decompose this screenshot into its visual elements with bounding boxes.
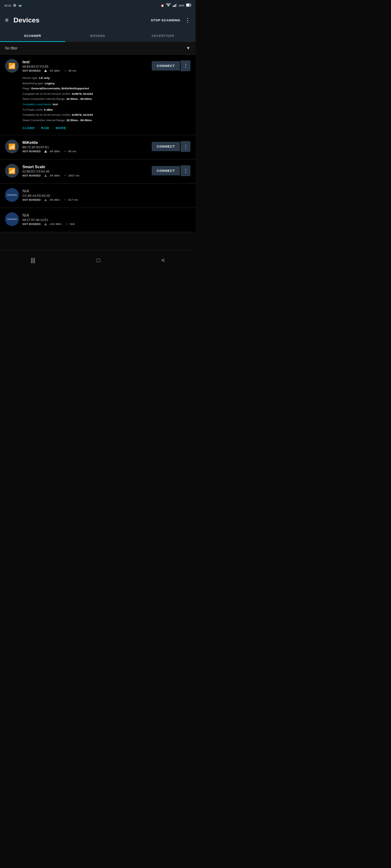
device-icon-na-1: SAMSUNG xyxy=(5,188,19,202)
wifi-icon xyxy=(166,3,171,8)
connect-button-smart-scale[interactable]: CONNECT xyxy=(152,166,180,175)
device-signal-na-2: -102 dBm xyxy=(44,222,62,226)
nav-recent-icon[interactable]: ||| xyxy=(31,257,35,264)
device-mac-smart-scale: 01:B6:EC:C5:5A:45 xyxy=(22,170,148,173)
nav-home-icon[interactable]: □ xyxy=(97,257,100,264)
connect-more-button-smart-scale[interactable]: ⋮ xyxy=(181,165,190,176)
device-mac-na-2: 68:27:37:AB:12:E1 xyxy=(22,218,190,222)
device-info-na-2: N/A 68:27:37:AB:12:E1 NOT BONDED -102 dB… xyxy=(22,213,190,226)
device-header-na-2: SAMSUNG N/A 68:27:37:AB:12:E1 NOT BONDED… xyxy=(5,212,190,226)
device-actions-test: CLONE RAW MORE xyxy=(22,125,190,131)
more-button-test[interactable]: MORE xyxy=(56,125,66,131)
device-name-smart-scale: Smart Scale xyxy=(22,165,148,169)
device-mac-test: 68:B6:B3:37:F3:E5 xyxy=(22,65,148,68)
connect-more-button-mikettle[interactable]: ⋮ xyxy=(181,141,190,152)
connect-button-test[interactable]: CONNECT xyxy=(152,61,180,71)
device-bond-na-2: NOT BONDED xyxy=(22,222,41,226)
device-name-mikettle: MiKettle xyxy=(22,140,148,145)
detail-interval-range-2: Slave Connection Interval Range: 22.50ms… xyxy=(22,118,190,123)
tab-bonded[interactable]: BONDED xyxy=(65,30,130,41)
device-bond-mikettle: NOT BONDED xyxy=(22,150,41,153)
menu-icon[interactable]: ≡ xyxy=(5,17,8,23)
connect-btn-wrap-test: CONNECT ⋮ xyxy=(152,60,190,71)
tabs: SCANNER BONDED ADVERTISER xyxy=(0,30,196,42)
device-header-mikettle: 📶 MiKettle B8:7C:6F:83:FF:E1 NOT BONDED … xyxy=(5,140,190,153)
detail-flags: Flags: GeneralDiscoverable, BrEdrNotSupp… xyxy=(22,86,190,91)
device-icon-test: 📶 xyxy=(5,59,19,73)
detail-advertising-type: Advertising type: Legacy xyxy=(22,81,190,86)
filter-label: No filter xyxy=(5,46,186,50)
device-name-test: test xyxy=(22,60,148,64)
bluetooth-icon: 📶 xyxy=(8,63,16,69)
page-title: Devices xyxy=(13,16,151,24)
stop-scanning-button[interactable]: STOP SCANNING xyxy=(151,18,180,22)
device-bond-test: NOT BONDED xyxy=(22,69,41,72)
connect-btn-wrap-mikettle: CONNECT ⋮ xyxy=(152,141,190,152)
device-icon-smart-scale: 📶 xyxy=(5,164,19,178)
filter-bar[interactable]: No filter ▼ xyxy=(0,42,196,55)
device-status-row-mikettle: NOT BONDED -85 dBm ↔ 66 ms xyxy=(22,150,148,153)
device-header-test: 📶 test 68:B6:B3:37:F3:E5 NOT BONDED -54 … xyxy=(5,59,190,73)
clone-button-test[interactable]: CLONE xyxy=(22,125,35,131)
detail-service-uuids-1: Complete list of 16-bit Service UUIDs: 0… xyxy=(22,92,190,97)
nav-back-icon[interactable]: < xyxy=(161,257,165,264)
device-interval-mikettle: ↔ 66 ms xyxy=(64,150,76,153)
device-card-na-1: SAMSUNG N/A CC:6E:A4:FD:94:2D NOT BONDED… xyxy=(0,184,196,208)
device-status-row-na-2: NOT BONDED -102 dBm ↔ N/A xyxy=(22,222,190,226)
device-mac-na-1: CC:6E:A4:FD:94:2D xyxy=(22,194,190,197)
device-card-mikettle: 📶 MiKettle B8:7C:6F:83:FF:E1 NOT BONDED … xyxy=(0,135,196,159)
toolbar-more-icon[interactable]: ⋮ xyxy=(185,17,190,24)
battery-percentage: 64% xyxy=(179,4,184,7)
filter-dropdown-icon: ▼ xyxy=(186,46,190,51)
device-list: 📶 test 68:B6:B3:37:F3:E5 NOT BONDED -54 … xyxy=(0,55,196,232)
device-info-na-1: N/A CC:6E:A4:FD:94:2D NOT BONDED -98 dBm… xyxy=(22,189,190,201)
device-header-na-1: SAMSUNG N/A CC:6E:A4:FD:94:2D NOT BONDED… xyxy=(5,188,190,202)
nav-bar: ||| □ < xyxy=(0,250,196,269)
toolbar: ≡ Devices STOP SCANNING ⋮ xyxy=(0,11,196,30)
device-card-test: 📶 test 68:B6:B3:37:F3:E5 NOT BONDED -54 … xyxy=(0,55,196,135)
device-icon-mikettle: 📶 xyxy=(5,140,19,153)
tab-scanner[interactable]: SCANNER xyxy=(0,30,65,41)
signal-icon xyxy=(173,3,177,8)
device-bond-na-1: NOT BONDED xyxy=(22,198,41,201)
connect-btn-wrap-smart-scale: CONNECT ⋮ xyxy=(152,165,190,176)
device-info-mikettle: MiKettle B8:7C:6F:83:FF:E1 NOT BONDED -8… xyxy=(22,140,148,153)
detail-service-uuids-2: Complete list of 16-bit Service UUIDs: 0… xyxy=(22,112,190,118)
device-card-na-2: SAMSUNG N/A 68:27:37:AB:12:E1 NOT BONDED… xyxy=(0,208,196,232)
device-status-row-smart-scale: NOT BONDED -84 dBm ↔ 2007 ms xyxy=(22,174,148,177)
device-header-smart-scale: 📶 Smart Scale 01:B6:EC:C5:5A:45 NOT BOND… xyxy=(5,164,190,178)
device-signal-test: -54 dBm xyxy=(44,69,60,72)
raw-button-test[interactable]: RAW xyxy=(41,125,49,131)
device-name-na-2: N/A xyxy=(22,213,190,217)
status-bar: 00:10 🖼 🥽 ⏰ 64% xyxy=(0,0,196,11)
device-interval-test: ↔ 46 ms xyxy=(64,69,76,72)
bluetooth-icon-mikettle: 📶 xyxy=(8,143,16,150)
device-interval-na-1: ↔ 617 ms xyxy=(64,198,78,201)
device-info-smart-scale: Smart Scale 01:B6:EC:C5:5A:45 NOT BONDED… xyxy=(22,165,148,177)
device-card-smart-scale: 📶 Smart Scale 01:B6:EC:C5:5A:45 NOT BOND… xyxy=(0,159,196,184)
glasses-icon: 🥽 xyxy=(18,4,22,7)
alarm-icon: ⏰ xyxy=(161,4,164,7)
device-icon-na-2: SAMSUNG xyxy=(5,212,19,226)
device-status-row-na-1: NOT BONDED -98 dBm ↔ 617 ms xyxy=(22,198,190,201)
device-details-test: Device type: LE only Advertising type: L… xyxy=(22,76,190,123)
tab-advertiser[interactable]: ADVERTISER xyxy=(130,30,196,41)
status-right: ⏰ 64% xyxy=(161,3,191,8)
device-info-test: test 68:B6:B3:37:F3:E5 NOT BONDED -54 dB… xyxy=(22,60,148,72)
bluetooth-icon-smart-scale: 📶 xyxy=(8,167,16,174)
spacer xyxy=(0,232,196,243)
svg-rect-5 xyxy=(191,4,192,6)
detail-tx-power: Tx Power Level: 9 dBm xyxy=(22,107,190,112)
svg-rect-6 xyxy=(186,4,189,6)
device-signal-na-1: -98 dBm xyxy=(44,198,60,201)
connect-button-mikettle[interactable]: CONNECT xyxy=(152,142,180,151)
detail-local-name: Complete Local Name: test xyxy=(22,102,190,107)
svg-rect-2 xyxy=(175,4,176,7)
battery-icon xyxy=(186,3,191,8)
svg-rect-0 xyxy=(173,6,173,7)
svg-rect-1 xyxy=(174,5,175,7)
device-bond-smart-scale: NOT BONDED xyxy=(22,174,41,177)
signal-triangle-test xyxy=(44,69,47,72)
connect-more-button-test[interactable]: ⋮ xyxy=(181,60,190,71)
detail-device-type: Device type: LE only xyxy=(22,76,190,81)
